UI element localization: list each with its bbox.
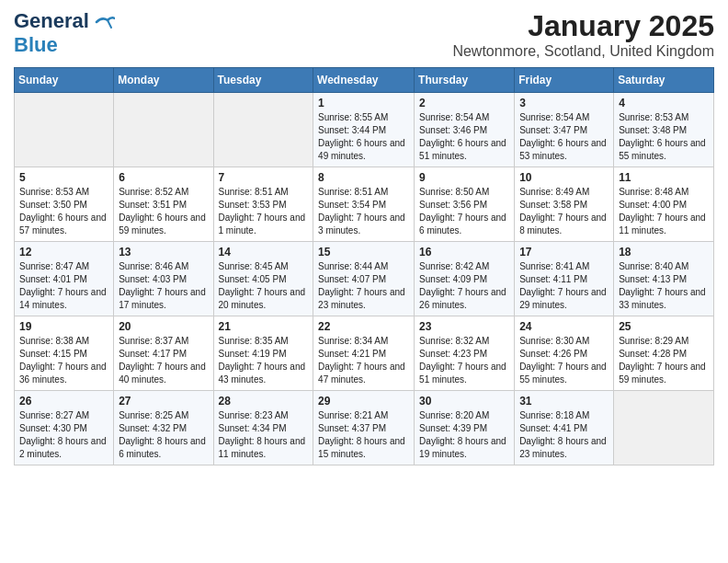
logo-blue-text: Blue	[14, 33, 58, 56]
day-number: 18	[619, 246, 709, 259]
calendar-cell: 13Sunrise: 8:46 AMSunset: 4:03 PMDayligh…	[114, 242, 213, 316]
day-info: Sunrise: 8:41 AMSunset: 4:11 PMDaylight:…	[519, 260, 609, 312]
day-number: 8	[318, 171, 409, 184]
header-sunday: Sunday	[15, 68, 114, 93]
day-info: Sunrise: 8:55 AMSunset: 3:44 PMDaylight:…	[318, 111, 409, 163]
day-number: 1	[318, 97, 409, 109]
day-info: Sunrise: 8:42 AMSunset: 4:09 PMDaylight:…	[419, 260, 509, 312]
calendar-cell	[114, 93, 213, 167]
logo-text: General	[14, 9, 115, 33]
calendar-cell: 28Sunrise: 8:23 AMSunset: 4:34 PMDayligh…	[213, 391, 313, 465]
day-info: Sunrise: 8:20 AMSunset: 4:39 PMDaylight:…	[419, 409, 509, 461]
day-number: 17	[519, 246, 609, 259]
calendar-cell: 10Sunrise: 8:49 AMSunset: 3:58 PMDayligh…	[515, 167, 614, 242]
header-thursday: Thursday	[415, 68, 515, 93]
day-info: Sunrise: 8:21 AMSunset: 4:37 PMDaylight:…	[318, 409, 409, 461]
calendar-cell: 26Sunrise: 8:27 AMSunset: 4:30 PMDayligh…	[15, 391, 114, 465]
day-number: 16	[419, 246, 509, 259]
calendar-header-row: SundayMondayTuesdayWednesdayThursdayFrid…	[15, 68, 714, 93]
day-number: 11	[619, 171, 709, 184]
calendar-week-1: 1Sunrise: 8:55 AMSunset: 3:44 PMDaylight…	[15, 93, 714, 167]
day-info: Sunrise: 8:23 AMSunset: 4:34 PMDaylight:…	[219, 409, 309, 461]
day-number: 26	[19, 395, 108, 408]
calendar-cell: 25Sunrise: 8:29 AMSunset: 4:28 PMDayligh…	[614, 316, 714, 391]
calendar-cell: 22Sunrise: 8:34 AMSunset: 4:21 PMDayligh…	[313, 316, 415, 391]
day-number: 9	[419, 171, 509, 184]
calendar-cell: 27Sunrise: 8:25 AMSunset: 4:32 PMDayligh…	[114, 391, 213, 465]
logo: General Blue	[14, 9, 115, 57]
title-block: January 2025 Newtonmore, Scotland, Unite…	[452, 9, 714, 60]
calendar-week-4: 19Sunrise: 8:38 AMSunset: 4:15 PMDayligh…	[15, 316, 714, 391]
day-info: Sunrise: 8:48 AMSunset: 4:00 PMDaylight:…	[619, 186, 709, 237]
page-header: General Blue January 2025 Newtonmore, Sc…	[14, 9, 714, 60]
day-number: 24	[519, 320, 609, 333]
day-number: 31	[519, 395, 609, 408]
day-number: 14	[219, 246, 309, 259]
day-number: 20	[119, 320, 208, 333]
day-number: 23	[419, 320, 509, 333]
calendar-cell: 14Sunrise: 8:45 AMSunset: 4:05 PMDayligh…	[213, 242, 313, 316]
calendar-cell	[15, 93, 114, 167]
day-number: 12	[19, 246, 108, 259]
day-info: Sunrise: 8:47 AMSunset: 4:01 PMDaylight:…	[19, 260, 108, 312]
header-wednesday: Wednesday	[313, 68, 415, 93]
calendar-cell: 11Sunrise: 8:48 AMSunset: 4:00 PMDayligh…	[614, 167, 714, 242]
day-info: Sunrise: 8:52 AMSunset: 3:51 PMDaylight:…	[119, 186, 208, 237]
header-tuesday: Tuesday	[213, 68, 313, 93]
calendar-cell: 30Sunrise: 8:20 AMSunset: 4:39 PMDayligh…	[415, 391, 515, 465]
day-info: Sunrise: 8:32 AMSunset: 4:23 PMDaylight:…	[419, 335, 509, 386]
calendar-week-3: 12Sunrise: 8:47 AMSunset: 4:01 PMDayligh…	[15, 242, 714, 316]
calendar-cell: 19Sunrise: 8:38 AMSunset: 4:15 PMDayligh…	[15, 316, 114, 391]
calendar-cell: 31Sunrise: 8:18 AMSunset: 4:41 PMDayligh…	[515, 391, 614, 465]
day-number: 22	[318, 320, 409, 333]
day-info: Sunrise: 8:37 AMSunset: 4:17 PMDaylight:…	[119, 335, 208, 386]
day-info: Sunrise: 8:35 AMSunset: 4:19 PMDaylight:…	[219, 335, 309, 386]
day-number: 19	[19, 320, 108, 333]
day-number: 2	[419, 97, 509, 109]
day-number: 27	[119, 395, 208, 408]
day-number: 28	[219, 395, 309, 408]
logo-bird-icon	[95, 15, 115, 29]
day-info: Sunrise: 8:38 AMSunset: 4:15 PMDaylight:…	[19, 335, 108, 386]
header-friday: Friday	[515, 68, 614, 93]
calendar-cell: 1Sunrise: 8:55 AMSunset: 3:44 PMDaylight…	[313, 93, 415, 167]
calendar-week-2: 5Sunrise: 8:53 AMSunset: 3:50 PMDaylight…	[15, 167, 714, 242]
day-number: 5	[19, 171, 108, 184]
calendar-cell: 5Sunrise: 8:53 AMSunset: 3:50 PMDaylight…	[15, 167, 114, 242]
day-info: Sunrise: 8:27 AMSunset: 4:30 PMDaylight:…	[19, 409, 108, 461]
day-number: 7	[219, 171, 309, 184]
calendar-cell: 9Sunrise: 8:50 AMSunset: 3:56 PMDaylight…	[415, 167, 515, 242]
day-info: Sunrise: 8:51 AMSunset: 3:53 PMDaylight:…	[219, 186, 309, 237]
calendar-cell: 21Sunrise: 8:35 AMSunset: 4:19 PMDayligh…	[213, 316, 313, 391]
day-info: Sunrise: 8:29 AMSunset: 4:28 PMDaylight:…	[619, 335, 709, 386]
day-number: 21	[219, 320, 309, 333]
day-info: Sunrise: 8:44 AMSunset: 4:07 PMDaylight:…	[318, 260, 409, 312]
day-info: Sunrise: 8:49 AMSunset: 3:58 PMDaylight:…	[519, 186, 609, 237]
calendar-table: SundayMondayTuesdayWednesdayThursdayFrid…	[14, 67, 714, 465]
day-number: 30	[419, 395, 509, 408]
day-info: Sunrise: 8:34 AMSunset: 4:21 PMDaylight:…	[318, 335, 409, 386]
day-info: Sunrise: 8:54 AMSunset: 3:46 PMDaylight:…	[419, 111, 509, 163]
calendar-week-5: 26Sunrise: 8:27 AMSunset: 4:30 PMDayligh…	[15, 391, 714, 465]
calendar-cell: 12Sunrise: 8:47 AMSunset: 4:01 PMDayligh…	[15, 242, 114, 316]
calendar-cell: 16Sunrise: 8:42 AMSunset: 4:09 PMDayligh…	[415, 242, 515, 316]
day-number: 15	[318, 246, 409, 259]
day-info: Sunrise: 8:25 AMSunset: 4:32 PMDaylight:…	[119, 409, 208, 461]
day-info: Sunrise: 8:45 AMSunset: 4:05 PMDaylight:…	[219, 260, 309, 312]
day-number: 29	[318, 395, 409, 408]
calendar-cell: 7Sunrise: 8:51 AMSunset: 3:53 PMDaylight…	[213, 167, 313, 242]
day-info: Sunrise: 8:53 AMSunset: 3:50 PMDaylight:…	[19, 186, 108, 237]
header-saturday: Saturday	[614, 68, 714, 93]
day-info: Sunrise: 8:40 AMSunset: 4:13 PMDaylight:…	[619, 260, 709, 312]
calendar-cell: 18Sunrise: 8:40 AMSunset: 4:13 PMDayligh…	[614, 242, 714, 316]
calendar-cell: 8Sunrise: 8:51 AMSunset: 3:54 PMDaylight…	[313, 167, 415, 242]
calendar-cell	[614, 391, 714, 465]
day-info: Sunrise: 8:18 AMSunset: 4:41 PMDaylight:…	[519, 409, 609, 461]
day-number: 13	[119, 246, 208, 259]
day-info: Sunrise: 8:53 AMSunset: 3:48 PMDaylight:…	[619, 111, 709, 163]
calendar-cell: 24Sunrise: 8:30 AMSunset: 4:26 PMDayligh…	[515, 316, 614, 391]
day-number: 6	[119, 171, 208, 184]
calendar-cell: 20Sunrise: 8:37 AMSunset: 4:17 PMDayligh…	[114, 316, 213, 391]
day-info: Sunrise: 8:51 AMSunset: 3:54 PMDaylight:…	[318, 186, 409, 237]
header-monday: Monday	[114, 68, 213, 93]
